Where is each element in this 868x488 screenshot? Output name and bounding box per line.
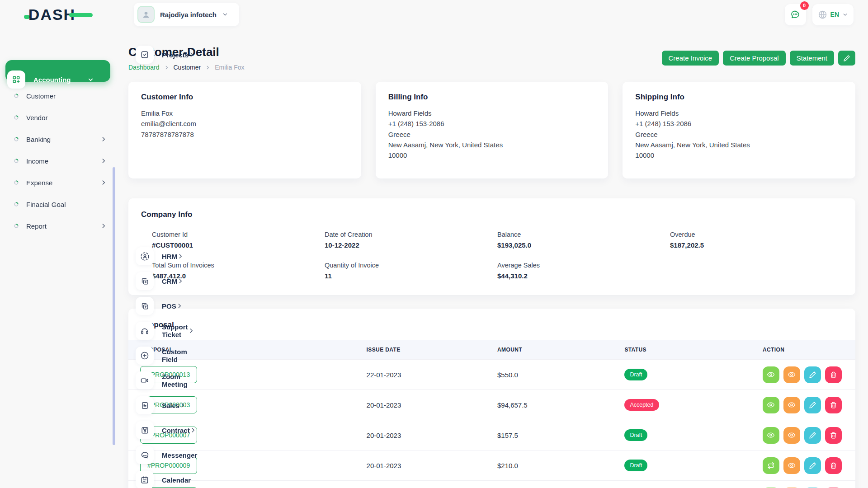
- edit-icon: [809, 462, 816, 469]
- preview-button[interactable]: [783, 427, 800, 444]
- sidebar-item-custom-field[interactable]: Custom Field: [124, 336, 148, 358]
- convert-refresh-icon: [767, 462, 775, 469]
- bullet-icon: [14, 180, 19, 185]
- card-title: Customer Info: [141, 93, 349, 102]
- edit-button[interactable]: [804, 397, 821, 413]
- sidebar-item-vendor[interactable]: Vendor: [7, 107, 110, 128]
- view-icon: [767, 371, 775, 379]
- sidebar-item-zoom-meeting[interactable]: Zoom Meeting: [124, 361, 148, 383]
- sidebar-item-messenger[interactable]: Messenger: [124, 436, 148, 457]
- field-label: Total Sum of Invoices: [152, 262, 325, 269]
- edit-icon: [809, 371, 816, 379]
- status-badge: Draft: [624, 460, 647, 471]
- breadcrumb-item-emilia-fox: Emilia Fox: [215, 64, 244, 71]
- bullet-icon: [14, 93, 19, 99]
- breadcrumb-item-customer[interactable]: Customer: [174, 64, 201, 71]
- info-line: 10000: [388, 150, 596, 160]
- convert-refresh-button[interactable]: [763, 457, 779, 474]
- customer-info-card: Customer InfoEmilia Foxemilia@client.com…: [128, 82, 361, 178]
- table-row: #PROP00000320-01-2023$94,657.5Accepted: [128, 390, 855, 420]
- create-invoice-button[interactable]: Create Invoice: [662, 51, 719, 66]
- sidebar-item-report[interactable]: Report: [7, 215, 110, 237]
- delete-button[interactable]: [825, 427, 842, 444]
- delete-button[interactable]: [825, 397, 842, 413]
- field-value: $193,025.0: [497, 241, 670, 249]
- company-field-average-sales: Average Sales$44,310.2: [497, 262, 670, 280]
- sidebar-item-banking[interactable]: Banking: [7, 128, 110, 150]
- chevron-right-icon: [100, 179, 107, 186]
- language-selector[interactable]: EN: [812, 4, 854, 25]
- info-line: +1 (248) 153-2086: [388, 118, 596, 129]
- company-name: Rajodiya infotech: [160, 11, 217, 19]
- checkbox-icon: [136, 46, 154, 64]
- edit-button[interactable]: [804, 366, 821, 383]
- sidebar-item-pos[interactable]: POS: [124, 286, 148, 308]
- sidebar-item-customer[interactable]: Customer: [7, 85, 110, 107]
- view-button[interactable]: [763, 427, 779, 444]
- edit-customer-button[interactable]: [838, 51, 855, 66]
- preview-button[interactable]: [783, 366, 800, 383]
- bullet-icon: [14, 202, 19, 207]
- sidebar-item-income[interactable]: Income: [7, 150, 110, 172]
- amount: $210.0: [492, 450, 619, 481]
- field-value: $44,310.2: [497, 272, 670, 280]
- proposal-table: PROPOSALISSUE DATEAMOUNTSTATUSACTION #PR…: [128, 340, 855, 488]
- company-info-card: Company Info Customer Id#CUST00001Date o…: [128, 198, 855, 295]
- amount: $157.5: [492, 420, 619, 450]
- column-header-action: ACTION: [757, 340, 855, 360]
- chevron-right-icon: [100, 158, 107, 164]
- sidebar-item-sales[interactable]: Sales: [124, 386, 148, 408]
- preview-icon: [788, 401, 796, 409]
- preview-button[interactable]: [783, 457, 800, 474]
- sidebar-item-projects[interactable]: Projects: [124, 35, 148, 57]
- company-field-balance: Balance$193,025.0: [497, 231, 670, 249]
- sidebar-item-accounting[interactable]: Accounting: [5, 60, 110, 82]
- view-icon: [767, 401, 775, 409]
- statement-button[interactable]: Statement: [790, 51, 834, 66]
- sidebar-item-calendar[interactable]: Calendar: [124, 460, 148, 482]
- company-selector[interactable]: Rajodiya infotech: [134, 3, 239, 26]
- field-label: Average Sales: [497, 262, 670, 269]
- bullet-icon: [14, 115, 19, 120]
- language-code: EN: [830, 11, 839, 18]
- sidebar-item-label: Zoom Meeting: [162, 373, 188, 388]
- view-button[interactable]: [763, 397, 779, 413]
- breadcrumb-item-dashboard[interactable]: Dashboard: [128, 64, 160, 71]
- chevron-right-icon: [164, 65, 169, 70]
- issue-date: 20-01-2023: [361, 420, 492, 450]
- delete-button[interactable]: [825, 457, 842, 474]
- bullet-icon: [14, 158, 19, 164]
- preview-button[interactable]: [783, 397, 800, 413]
- main-content: Customer-Detail DashboardCustomerEmilia …: [117, 29, 868, 488]
- preview-icon: [788, 461, 796, 469]
- sidebar-item-label: Messenger: [162, 451, 197, 459]
- field-label: Balance: [497, 231, 670, 238]
- messages-button[interactable]: 0: [785, 4, 806, 25]
- sidebar-item-hrm[interactable]: HRM: [124, 237, 148, 258]
- edit-button[interactable]: [804, 457, 821, 474]
- view-button[interactable]: [763, 366, 779, 383]
- sidebar-item-crm[interactable]: CRM: [124, 262, 148, 283]
- sidebar-item-label: Custom Field: [162, 348, 187, 363]
- sidebar-item-label: Expense: [26, 179, 52, 187]
- sidebar-scrollbar[interactable]: [113, 167, 115, 445]
- edit-button[interactable]: [804, 427, 821, 444]
- delete-icon: [830, 432, 837, 439]
- company-field-overdue: Overdue$187,202.5: [670, 231, 843, 249]
- sidebar-item-expense[interactable]: Expense: [7, 172, 110, 193]
- chevron-down-icon: [222, 11, 228, 18]
- proposal-title: Proposal: [128, 320, 855, 329]
- delete-button[interactable]: [825, 366, 842, 383]
- info-cards: Customer InfoEmilia Foxemilia@client.com…: [128, 82, 855, 178]
- sidebar-item-label: HRM: [162, 253, 177, 260]
- info-line: Greece: [635, 129, 843, 140]
- create-proposal-button[interactable]: Create Proposal: [723, 51, 785, 66]
- info-line: emilia@client.com: [141, 118, 349, 129]
- sidebar-item-contract[interactable]: Contract: [124, 411, 148, 432]
- breadcrumb: DashboardCustomerEmilia Fox: [128, 64, 245, 71]
- table-row: #PROP00000422-12-2022$3,415.5Open: [128, 481, 855, 488]
- sidebar-item-finacial-goal[interactable]: Finacial Goal: [7, 193, 110, 215]
- app-logo[interactable]: DASH: [0, 6, 117, 23]
- chevron-down-icon: [842, 12, 848, 18]
- sidebar-item-support-ticket[interactable]: Support Ticket: [124, 311, 148, 333]
